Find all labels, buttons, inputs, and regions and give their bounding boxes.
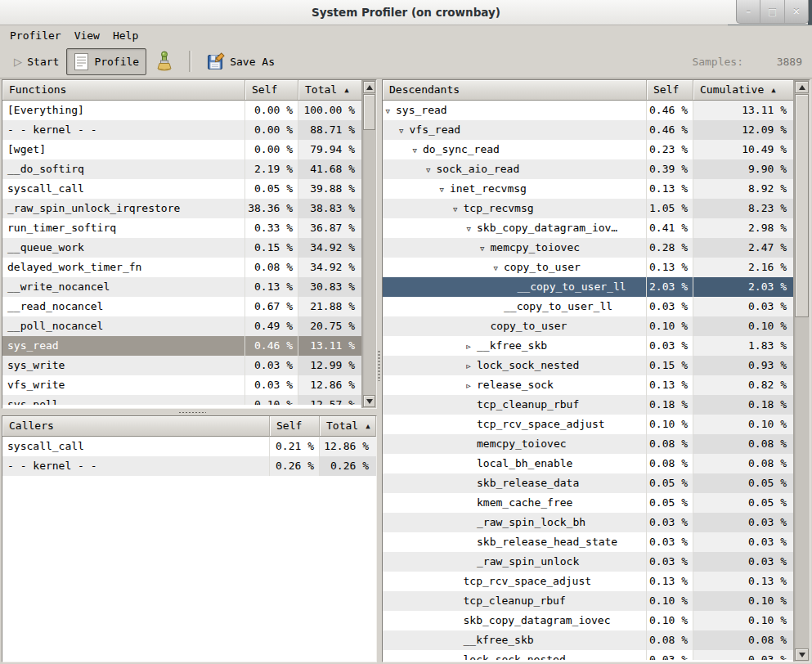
expander-slot: [465, 415, 477, 434]
column-header-total[interactable]: Total▲: [298, 80, 362, 101]
tree-row[interactable]: local_bh_enable0.08 %0.08 %: [383, 454, 794, 473]
table-row[interactable]: - - kernel - -0.00 %88.71 %: [2, 120, 362, 140]
tree-row[interactable]: ▹lock_sock_nested0.15 %0.93 %: [383, 356, 794, 375]
table-row[interactable]: sys_write0.03 %12.99 %: [2, 356, 362, 375]
tree-row[interactable]: __copy_to_user_ll0.03 %0.03 %: [383, 297, 794, 316]
column-header-descendants[interactable]: Descendants: [383, 80, 647, 101]
horizontal-splitter[interactable]: [2, 409, 377, 415]
expander-closed-icon[interactable]: ▹: [465, 336, 477, 356]
column-header-total[interactable]: Total▲: [320, 416, 376, 437]
tree-row[interactable]: ▿skb_copy_datagram_iov…0.41 %2.98 %: [383, 218, 794, 238]
save-as-button-label: Save As: [230, 56, 275, 68]
minimize-button[interactable]: –: [737, 0, 760, 23]
expander-slot: [465, 473, 477, 493]
table-row[interactable]: sys_poll0.10 %12.57 %: [2, 395, 362, 405]
table-row[interactable]: syscall_call0.05 %39.88 %: [2, 179, 362, 199]
tree-row[interactable]: ▿tcp_recvmsg1.05 %8.23 %: [383, 199, 794, 218]
expander-closed-icon[interactable]: ▹: [465, 375, 477, 395]
menu-view[interactable]: View: [68, 28, 106, 43]
descendants-scrollbar: [793, 80, 810, 662]
scroll-up-button[interactable]: [795, 81, 809, 93]
table-row[interactable]: __poll_nocancel0.49 %20.75 %: [2, 316, 362, 336]
column-header-cumulative[interactable]: Cumulative▲: [693, 80, 794, 101]
tree-row[interactable]: ▿sock_aio_read0.39 %9.90 %: [383, 159, 794, 179]
expander-open-icon[interactable]: ▿: [452, 199, 464, 218]
column-header-self[interactable]: Self: [245, 80, 298, 101]
column-header-functions[interactable]: Functions: [2, 80, 245, 101]
scroll-up-button[interactable]: [363, 81, 375, 93]
reset-brush-button[interactable]: [148, 47, 181, 76]
cell-self-percent: 0.00 %: [245, 101, 298, 120]
tree-row[interactable]: __kfree_skb0.08 %0.08 %: [383, 630, 794, 650]
maximize-button[interactable]: □: [760, 0, 783, 23]
tree-row[interactable]: ▹__kfree_skb0.03 %1.83 %: [383, 336, 794, 356]
scrollbar-thumb[interactable]: [795, 94, 809, 317]
tree-row[interactable]: lock_sock_nested0.03 %0.03 %: [383, 650, 794, 660]
tree-row[interactable]: kmem_cache_free0.05 %0.05 %: [383, 493, 794, 513]
scrollbar-thumb[interactable]: [363, 94, 375, 130]
tree-row[interactable]: ▿sys_read0.46 %13.11 %: [383, 101, 794, 120]
menu-help[interactable]: Help: [106, 28, 145, 43]
table-row[interactable]: syscall_call0.21 %12.86 %: [2, 437, 376, 456]
tree-row[interactable]: _raw_spin_unlock0.03 %0.03 %: [383, 552, 794, 572]
tree-row[interactable]: ▿vfs_read0.46 %12.09 %: [383, 120, 794, 140]
expander-open-icon[interactable]: ▿: [465, 218, 477, 238]
cell-function-name: - - kernel - -: [2, 120, 245, 140]
tree-row[interactable]: _raw_spin_lock_bh0.03 %0.03 %: [383, 513, 794, 532]
tree-row[interactable]: __copy_to_user_ll2.03 %2.03 %: [383, 277, 794, 297]
cell-cumulative-percent: 9.90 %: [693, 159, 794, 179]
expander-open-icon[interactable]: ▿: [411, 140, 423, 159]
tree-row[interactable]: tcp_cleanup_rbuf0.18 %0.18 %: [383, 395, 794, 415]
expander-open-icon[interactable]: ▿: [492, 258, 504, 277]
tree-row[interactable]: ▿inet_recvmsg0.13 %8.92 %: [383, 179, 794, 199]
tree-row[interactable]: skb_release_head_state0.03 %0.03 %: [383, 532, 794, 552]
expander-slot: [452, 630, 464, 650]
table-row[interactable]: vfs_write0.03 %12.86 %: [2, 375, 362, 395]
cell-self-percent: 0.46 %: [647, 120, 693, 140]
cell-cumulative-percent: 13.11 %: [693, 101, 794, 120]
table-row[interactable]: sys_read0.46 %13.11 %: [2, 336, 362, 356]
menu-profiler[interactable]: Profiler: [3, 28, 68, 43]
scroll-down-button[interactable]: [363, 395, 375, 407]
tree-row[interactable]: tcp_rcv_space_adjust0.13 %0.13 %: [383, 572, 794, 591]
scroll-down-button[interactable]: [795, 648, 809, 661]
tree-row[interactable]: tcp_rcv_space_adjust0.10 %0.10 %: [383, 415, 794, 434]
window-titlebar[interactable]: System Profiler (on crownbay): [0, 0, 812, 25]
table-row[interactable]: __read_nocancel0.67 %21.88 %: [2, 297, 362, 316]
tree-row[interactable]: ▿memcpy_toiovec0.28 %2.47 %: [383, 238, 794, 258]
tree-row[interactable]: copy_to_user0.10 %0.10 %: [383, 316, 794, 336]
table-row[interactable]: _raw_spin_unlock_irqrestore38.36 %38.83 …: [2, 199, 362, 218]
table-row[interactable]: __write_nocancel0.13 %30.83 %: [2, 277, 362, 297]
profile-toggle-button[interactable]: Profile: [66, 48, 146, 75]
expander-open-icon[interactable]: ▿: [438, 179, 450, 199]
table-row[interactable]: delayed_work_timer_fn0.08 %34.92 %: [2, 258, 362, 277]
tree-row[interactable]: skb_release_data0.05 %0.05 %: [383, 473, 794, 493]
expander-open-icon[interactable]: ▿: [425, 159, 437, 179]
close-button[interactable]: ✕: [784, 0, 808, 23]
table-row[interactable]: [Everything]0.00 %100.00 %: [2, 101, 362, 120]
tree-row[interactable]: memcpy_toiovec0.08 %0.08 %: [383, 434, 794, 454]
expander-closed-icon[interactable]: ▹: [465, 356, 477, 375]
function-label: tcp_rcv_space_adjust: [477, 415, 605, 434]
table-row[interactable]: [wget]0.00 %79.94 %: [2, 140, 362, 159]
tree-row[interactable]: tcp_cleanup_rbuf0.10 %0.10 %: [383, 591, 794, 611]
column-header-self[interactable]: Self: [647, 80, 693, 101]
tree-row[interactable]: ▿copy_to_user0.13 %2.16 %: [383, 258, 794, 277]
column-header-self[interactable]: Self: [270, 416, 320, 437]
cell-function-name: skb_release_data: [383, 473, 647, 493]
tree-row[interactable]: skb_copy_datagram_iovec0.10 %0.10 %: [383, 611, 794, 630]
tree-row[interactable]: ▹release_sock0.13 %0.82 %: [383, 375, 794, 395]
save-as-button[interactable]: Save As: [200, 48, 282, 74]
expander-open-icon[interactable]: ▿: [479, 238, 491, 258]
expander-open-icon[interactable]: ▿: [384, 101, 396, 120]
tree-row[interactable]: ▿do_sync_read0.23 %10.49 %: [383, 140, 794, 159]
function-label: __copy_to_user_ll: [504, 297, 612, 316]
column-header-callers[interactable]: Callers: [2, 416, 270, 437]
table-row[interactable]: __queue_work0.15 %34.92 %: [2, 238, 362, 258]
table-row[interactable]: run_timer_softirq0.33 %36.87 %: [2, 218, 362, 238]
table-row[interactable]: - - kernel - -0.26 %0.26 %: [2, 456, 376, 476]
expander-slot: [452, 611, 464, 630]
table-row[interactable]: __do_softirq2.19 %41.68 %: [2, 159, 362, 179]
start-button[interactable]: ▷ Start: [7, 51, 66, 72]
expander-open-icon[interactable]: ▿: [398, 120, 410, 140]
